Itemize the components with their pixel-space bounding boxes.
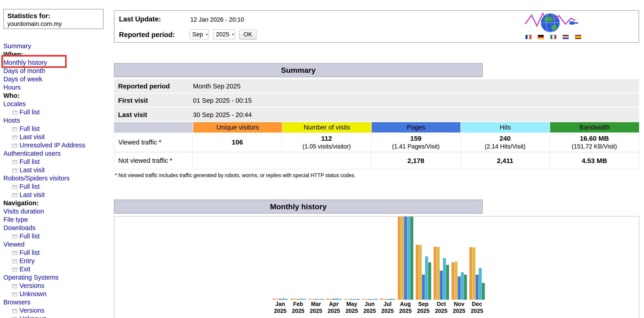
sidebar-item-viewed-exit[interactable]: Exit: [3, 265, 112, 273]
chart-bar-hits-mar: [318, 299, 321, 300]
sidebar-item-hosts-full-list[interactable]: Full list: [3, 125, 112, 133]
chart-bar-unique-mar: [308, 299, 311, 300]
sidebar-item-viewed[interactable]: Viewed: [3, 240, 112, 249]
chart-bar-pages-aug: [404, 217, 407, 300]
chart-bar-pages-dec: [476, 275, 478, 300]
sidebar-item-unresolved-ip-address[interactable]: Unresolved IP Address: [3, 141, 112, 150]
sidebar-item-visits-duration[interactable]: Visits duration: [3, 207, 112, 215]
flag-spain-icon[interactable]: [575, 35, 581, 39]
chart-bar-visits-aug: [401, 217, 404, 300]
sidebar-item-label: Last visit: [20, 166, 45, 173]
chart-bar-visits-jul: [383, 299, 386, 300]
sidebar-item-locales-full-list[interactable]: Full list: [3, 108, 112, 116]
chart-month-nov: Nov2025: [450, 216, 468, 315]
sidebar-item-locales[interactable]: Locales: [3, 100, 112, 108]
month-label: Dec2025: [471, 301, 483, 315]
month-select[interactable]: Sep: [190, 29, 209, 39]
sidebar-item-label: Last visit: [20, 191, 45, 198]
chart-bar-unique-jun: [362, 299, 365, 300]
sidebar-item-os-unknown[interactable]: Unknown: [3, 290, 112, 298]
not-viewed-bandwidth-cell: 4.53 MB: [550, 152, 639, 169]
sidebar-item-days-of-week[interactable]: Days of week: [3, 75, 112, 83]
month-year: 2025: [328, 308, 340, 315]
month-year: 2025: [417, 308, 430, 315]
chart-bar-visits-oct: [437, 247, 440, 300]
sidebar-item-viewed-full-list[interactable]: Full list: [3, 249, 112, 257]
chart-bar-bandwidth-apr: [339, 299, 342, 300]
month-name: Oct: [435, 301, 448, 308]
flag-germany-icon[interactable]: [538, 35, 544, 39]
sidebar-item-days-of-month[interactable]: Days of month: [3, 67, 112, 75]
sidebar-item-hosts-last-visit[interactable]: Last visit: [3, 133, 112, 141]
sidebar-item-downloads-full-list[interactable]: Full list: [3, 232, 112, 240]
chart-bars-feb: [290, 216, 306, 300]
flag-netherlands-icon[interactable]: [562, 35, 569, 39]
last-visit-row-value: 30 Sep 2025 - 20:44: [193, 108, 252, 122]
viewed-unique-visitors-cell: 106: [193, 133, 282, 152]
list-icon: [12, 293, 17, 296]
sidebar-item-robots-full-list[interactable]: Full list: [3, 182, 112, 191]
column-header-spacer: [114, 122, 193, 133]
chart-bar-pages-nov: [458, 277, 461, 300]
sidebar-item-robots-last-visit[interactable]: Last visit: [3, 191, 112, 199]
summary-column-headers: Unique visitors Number of visits Pages H…: [114, 122, 639, 133]
list-icon: [12, 193, 17, 197]
sidebar-item-auth-last-visit[interactable]: Last visit: [3, 166, 112, 174]
chart-bar-unique-dec: [469, 247, 472, 300]
sidebar-item-hours[interactable]: Hours: [3, 83, 112, 92]
sidebar-nav: Summary When: Monthly history Days of mo…: [3, 42, 112, 318]
flag-italy-icon[interactable]: [550, 35, 556, 39]
chart-bars-jan: [272, 216, 288, 300]
sidebar-item-viewed-entry[interactable]: Entry: [3, 257, 112, 265]
chart-month-jun: Jun2025: [361, 216, 378, 315]
list-icon: [12, 168, 17, 172]
reported-period-row-label: Reported period: [114, 79, 193, 93]
chart-bar-pages-jun: [368, 299, 371, 300]
sidebar-item-monthly-history[interactable]: Monthly history: [3, 58, 112, 67]
sidebar-item-label: Full list: [20, 109, 40, 116]
sidebar-item-browsers-unknown[interactable]: Unknown: [3, 315, 112, 318]
month-label: Aug2025: [399, 301, 412, 315]
not-viewed-empty-cell: [193, 152, 371, 169]
sidebar-item-auth-full-list[interactable]: Full list: [3, 158, 112, 166]
chart-bar-unique-aug: [398, 217, 401, 300]
month-name: Mar: [310, 301, 322, 308]
chart-bar-unique-jan: [272, 299, 276, 300]
month-label: May2025: [346, 301, 358, 315]
sidebar-item-hosts[interactable]: Hosts: [3, 116, 112, 125]
sidebar-item-browsers[interactable]: Browsers: [3, 298, 112, 306]
chart-month-feb: Feb2025: [289, 216, 307, 315]
statistics-for-box: Statistics for: yourdomain.com.my: [3, 9, 104, 29]
last-update-value: 12 Jan 2026 - 20:10: [190, 16, 244, 24]
sidebar-item-label: Full list: [20, 158, 40, 165]
ok-button[interactable]: OK: [239, 30, 256, 39]
chart-bar-unique-apr: [326, 299, 329, 300]
sidebar-item-browsers-versions[interactable]: Versions: [3, 306, 112, 315]
sidebar-item-authenticated-users[interactable]: Authenticated users: [3, 150, 112, 158]
sidebar-item-downloads[interactable]: Downloads: [3, 224, 112, 232]
chart-bars-nov: [452, 216, 467, 300]
sidebar-item-os-versions[interactable]: Versions: [3, 282, 112, 290]
flag-france-icon[interactable]: [526, 35, 532, 39]
sidebar-item-file-type[interactable]: File type: [3, 215, 112, 224]
chart-bar-bandwidth-may: [357, 299, 360, 300]
not-viewed-pages-value: 2,178: [408, 157, 424, 165]
sidebar-item-summary[interactable]: Summary: [3, 42, 112, 50]
sidebar-item-robots-spiders-visitors[interactable]: Robots/Spiders visitors: [3, 174, 112, 182]
chart-bar-hits-jul: [389, 299, 392, 300]
domain-name: yourdomain.com.my: [8, 20, 100, 28]
sidebar-item-operating-systems[interactable]: Operating Systems: [3, 273, 112, 282]
sidebar-section-navigation: Navigation:: [3, 199, 112, 207]
list-icon: [12, 268, 17, 272]
month-name: Sep: [417, 301, 430, 308]
monthly-history-chart: Jan2025 Feb2025 Mar2025 Apr2025 May2025 …: [114, 216, 639, 318]
sidebar-item-label: Unresolved IP Address: [20, 142, 85, 149]
awstats-logo[interactable]: [525, 12, 578, 35]
sidebar-item-label: Exit: [20, 266, 30, 273]
viewed-traffic-row: Viewed traffic * 106 112 (1.05 visits/vi…: [114, 133, 639, 152]
year-select[interactable]: 2025: [213, 29, 235, 39]
chart-bar-visits-sep: [419, 245, 422, 300]
sidebar-section-who: Who:: [3, 92, 112, 100]
viewed-bandwidth-sub: (151.72 KB/Visit): [572, 143, 617, 150]
chart-bar-pages-oct: [440, 271, 443, 300]
